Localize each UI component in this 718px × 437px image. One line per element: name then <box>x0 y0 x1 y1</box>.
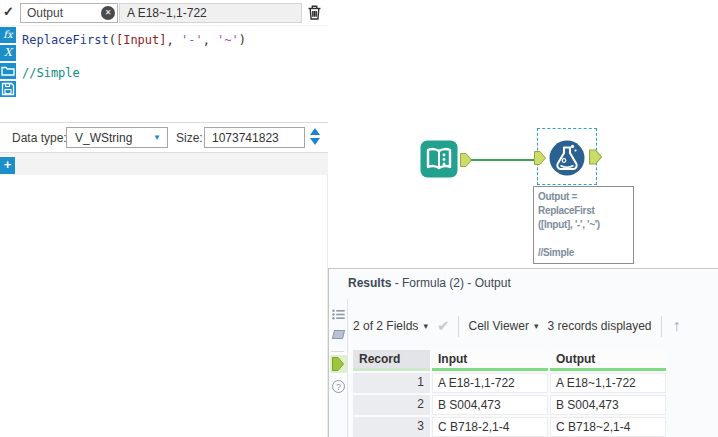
string-token: '-' <box>181 33 203 47</box>
record-number-cell: 2 <box>353 395 430 415</box>
output-cell: B S004,473 <box>550 395 666 415</box>
variable-x-icon: X <box>4 46 12 59</box>
data-type-label: Data type: <box>12 131 67 145</box>
expression-header-row: ✓ ✕ A E18~1,1-722 <box>0 0 328 26</box>
output-anchor[interactable] <box>589 149 602 168</box>
tool-annotation[interactable]: Output = ReplaceFirst ([Input], '-', '~'… <box>533 186 634 264</box>
output-anchor-selected[interactable] <box>330 355 347 373</box>
table-row: 2 B S004,473 B S004,473 <box>353 395 666 415</box>
chevron-down-icon: ▼ <box>153 133 161 142</box>
output-anchor-icon <box>332 357 344 371</box>
divider <box>458 316 459 337</box>
results-title-rest: - Formula (2) - Output <box>391 276 510 290</box>
punct-token: , <box>203 33 217 47</box>
results-toolbar: 2 of 2 Fields▾ ✔ Cell Viewer▾ 3 records … <box>353 313 681 339</box>
add-expression-button[interactable]: + <box>0 157 15 174</box>
fields-dropdown[interactable]: 2 of 2 Fields▾ <box>353 319 428 333</box>
insert-function-button[interactable]: fx <box>0 27 16 43</box>
annotation-line: ReplaceFirst <box>538 204 629 218</box>
expand-panel-button[interactable]: ↑ <box>671 317 681 335</box>
spinner-up-icon[interactable] <box>310 128 320 135</box>
spinner-down-icon[interactable] <box>310 138 320 145</box>
expression-preview-value: A E18~1,1-722 <box>119 3 302 23</box>
formula-configuration-panel: ✓ ✕ A E18~1,1-722 fx X <box>0 0 328 437</box>
table-row: 3 C B718-2,1-4 C B718~2,1-4 <box>353 417 666 437</box>
field-token: [Input] <box>116 33 167 47</box>
question-icon: ? <box>336 382 341 392</box>
table-row: 1 A E18-1,1-722 A E18~1,1-722 <box>353 373 666 393</box>
caret-down-icon: ▾ <box>534 321 539 331</box>
annotation-line: //Simple <box>538 246 629 260</box>
open-expression-button[interactable] <box>0 63 16 79</box>
annotation-line: Output = <box>538 190 629 204</box>
input-anchor[interactable] <box>534 151 546 168</box>
formula-tool[interactable] <box>548 139 586 177</box>
workflow-canvas[interactable]: Output = ReplaceFirst ([Input], '-', '~'… <box>328 0 718 268</box>
record-number-cell: 1 <box>353 373 430 393</box>
trash-icon <box>306 4 323 21</box>
cell-viewer-dropdown[interactable]: Cell Viewer▾ <box>468 319 538 333</box>
results-table: Record Input Output 1 A E18-1,1-722 A E1… <box>353 350 666 437</box>
expression-code-line: ReplaceFirst([Input], '-', '~') <box>22 33 246 47</box>
string-token: '~' <box>217 33 239 47</box>
output-cell: A E18~1,1-722 <box>550 373 666 393</box>
add-expression-row: + <box>0 153 328 175</box>
record-number-cell: 3 <box>353 417 430 437</box>
divider <box>331 351 344 352</box>
alteryx-designer-window: ✓ ✕ A E18~1,1-722 fx X <box>0 0 718 437</box>
formula-expression-editor[interactable]: fx X ReplaceFirst([Input], '-', '~') //S… <box>0 26 328 122</box>
size-spinner[interactable] <box>309 126 323 148</box>
caret-down-icon: ▾ <box>423 321 428 331</box>
records-displayed-status: 3 records displayed <box>547 319 651 333</box>
input-cell: C B718-2,1-4 <box>432 417 548 437</box>
save-disk-icon <box>0 81 16 97</box>
punct-token: ) <box>239 33 246 47</box>
text-input-tool[interactable] <box>420 140 458 178</box>
table-header-row: Record Input Output <box>353 350 666 371</box>
divider <box>661 316 662 337</box>
save-expression-button[interactable] <box>0 81 16 97</box>
clear-field-icon[interactable]: ✕ <box>101 6 115 20</box>
expression-comment-line: //Simple <box>22 66 80 80</box>
data-view-icon[interactable] <box>332 330 345 339</box>
output-cell: C B718~2,1-4 <box>550 417 666 437</box>
formula-flask-icon <box>548 139 586 177</box>
data-type-value: V_WString <box>75 131 132 145</box>
annotation-line: ([Input], '-', '~') <box>538 218 629 232</box>
results-sidebar: ? <box>329 299 348 437</box>
delete-expression-button[interactable] <box>306 4 323 21</box>
text-input-book-icon <box>420 140 458 178</box>
input-cell: A E18-1,1-722 <box>432 373 548 393</box>
size-input[interactable] <box>204 127 305 148</box>
column-header-input: Input <box>432 350 548 371</box>
size-label: Size: <box>176 131 203 145</box>
input-cell: B S004,473 <box>432 395 548 415</box>
data-type-row: Data type: V_WString ▼ Size: <box>0 123 328 152</box>
up-arrow-icon: ↑ <box>673 317 681 334</box>
column-header-record: Record <box>353 350 430 371</box>
punct-token: ( <box>109 33 116 47</box>
cell-viewer-label: Cell Viewer <box>468 319 528 333</box>
column-header-output: Output <box>550 350 666 371</box>
results-title: Results - Formula (2) - Output <box>348 276 511 290</box>
fields-dropdown-label: 2 of 2 Fields <box>353 319 418 333</box>
results-title-bold: Results <box>348 276 391 290</box>
fx-icon: fx <box>3 29 12 40</box>
output-anchor[interactable] <box>460 153 472 170</box>
list-icon <box>332 309 345 320</box>
expression-valid-check-icon: ✓ <box>3 4 19 20</box>
apply-check-icon: ✔ <box>437 317 450 335</box>
data-type-dropdown[interactable]: V_WString ▼ <box>66 127 168 148</box>
connection-line <box>471 159 537 161</box>
help-button[interactable]: ? <box>332 380 345 393</box>
results-panel: Results - Formula (2) - Output ? <box>328 268 718 437</box>
open-folder-icon <box>0 63 16 79</box>
function-token: ReplaceFirst <box>22 33 109 47</box>
punct-token: , <box>167 33 181 47</box>
annotation-line <box>538 232 629 246</box>
metadata-view-button[interactable] <box>332 309 345 323</box>
insert-variable-button[interactable]: X <box>0 45 16 61</box>
